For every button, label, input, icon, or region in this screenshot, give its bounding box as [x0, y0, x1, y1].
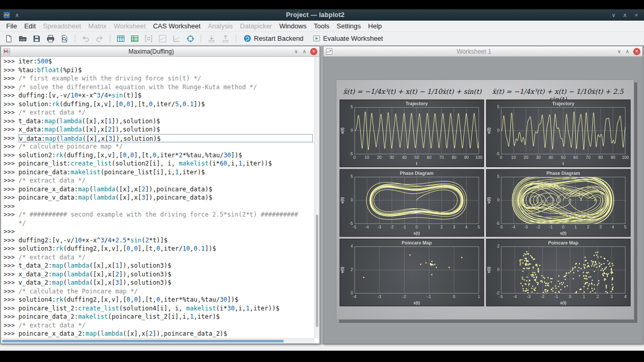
console-code: poincare_list_2:create_list(solution4[i]… [19, 304, 314, 313]
new-matrix-icon [142, 33, 155, 44]
console-prompt: >>> [4, 244, 15, 253]
open-file-icon[interactable] [17, 33, 29, 44]
plot-trajectory-2[interactable] [486, 100, 631, 167]
worksheet-close-icon[interactable]: × [633, 48, 640, 55]
console-code: poincare_data_2:makelist(poincare_list_2… [19, 312, 314, 321]
menu-datapicker: Datapicker [236, 22, 276, 30]
console-code: solution4:rk(duffing2,[x,v],[0,0],[t,0,i… [19, 295, 314, 304]
worksheet-minimize-icon[interactable]: ∨ [615, 48, 623, 54]
console-prompt: >>> [4, 295, 15, 304]
console-line: >>>/* extract data */ [4, 108, 314, 117]
chart-canvas-trajectory-1 [340, 100, 484, 167]
cas-vertical-scrollbar-handle[interactable] [316, 215, 318, 327]
cas-worksheet-subwindow: Maxima(Duffing) ∨ ∧ × >>>iter:500$>>>%ta… [1, 46, 320, 344]
new-plot-icon [170, 33, 183, 44]
console-prompt: >>> [4, 74, 15, 83]
cas-maximize-icon[interactable]: ∧ [300, 48, 309, 54]
menu-file[interactable]: File [3, 22, 21, 30]
console-prompt: >>> [4, 142, 15, 151]
console-code: poincare_x_data_2:map(lambda([x],x[2]),p… [19, 330, 314, 338]
console-prompt: >>> [4, 57, 15, 66]
new-datapicker-icon[interactable] [184, 33, 197, 44]
console-line: >>>poincare_x_data:map(lambda([x],x[2]),… [4, 185, 314, 194]
print-icon[interactable] [44, 33, 57, 44]
cas-horizontal-scrollbar-handle[interactable] [2, 340, 284, 342]
new-workbook-icon[interactable] [115, 33, 127, 44]
cas-horizontal-scrollbar[interactable] [1, 338, 314, 343]
plot-phase-diagram-2[interactable] [486, 169, 631, 237]
console-prompt: >>> [4, 151, 15, 160]
evaluate-worksheet-icon [313, 35, 320, 42]
console-code [19, 227, 314, 236]
console-prompt: >>> [4, 83, 15, 92]
cas-minimize-icon[interactable]: ∨ [292, 48, 300, 54]
plot-phase-diagram-1[interactable] [340, 169, 484, 237]
cas-console[interactable]: >>>iter:500$>>>%tau:bfloat(%pi)$>>>/* fi… [1, 57, 314, 338]
console-line: >>>solution:rk(duffing,[x,v],[0,0],[t,0,… [4, 100, 314, 109]
console-code: x_data:map(lambda([x],x[2]),solution)$ [19, 125, 314, 134]
restart-backend-label: Restart Backend [254, 35, 303, 42]
worksheet-maximize-icon[interactable]: ∧ [623, 48, 632, 54]
console-command-entry[interactable]: v_data:map(lambda([x],x[3]),solution)$ [19, 134, 313, 143]
console-line: >>>solution3:rk(duffing2,[x,v],[0,0],[t,… [4, 244, 314, 253]
undo-icon [79, 33, 92, 44]
menu-tools[interactable]: Tools [310, 22, 333, 30]
console-code: t_data_2:map(lambda([x],x[1]),solution3)… [19, 261, 314, 270]
statusbar [0, 344, 644, 351]
toolbar-separator [110, 35, 110, 42]
menu-help[interactable]: Help [364, 22, 385, 30]
console-prompt: >>> [4, 202, 15, 211]
console-prompt: >>> [4, 185, 15, 194]
plot-poincare-map-1[interactable] [340, 239, 484, 306]
menu-windows[interactable]: Windows [276, 22, 310, 30]
console-line: >>>/* solve the differential equation wi… [4, 83, 314, 92]
console-line: >>>/* ########## second example with the… [4, 210, 314, 219]
restart-backend-button[interactable]: Restart Backend [239, 34, 308, 43]
console-code: solution2:rk(duffing,[x,v],[0,0],[t,0,it… [19, 151, 314, 160]
cas-titlebar[interactable]: Maxima(Duffing) ∨ ∧ × [1, 46, 319, 57]
console-line: >>>poincare_list_2:create_list(solution4… [4, 304, 314, 313]
evaluate-worksheet-button[interactable]: Evaluate Worksheet [308, 34, 388, 43]
menu-settings[interactable]: Settings [333, 22, 364, 30]
console-line: >>>poincare_x_data_2:map(lambda([x],x[2]… [4, 330, 314, 338]
cas-vertical-scrollbar[interactable] [314, 57, 319, 338]
new-spreadsheet-icon[interactable] [128, 33, 141, 44]
worksheet-page: ẍ(t) = −1/4x³(t) + x(t) − 1/10ẋ(t) + sin… [336, 79, 634, 320]
minimize-icon[interactable]: ∨ [609, 12, 618, 19]
window-shade-icon[interactable]: ∧ [12, 12, 22, 19]
console-prompt: >>> [4, 125, 15, 134]
close-icon[interactable]: × [632, 12, 641, 18]
chart-canvas-poincare-1 [340, 239, 484, 306]
cas-console-wrap: >>>iter:500$>>>%tau:bfloat(%pi)$>>>/* fi… [1, 57, 319, 343]
redo-icon [93, 33, 106, 44]
titlebar[interactable]: ∧ Project — labplot2 ∨ ∧ × [0, 9, 644, 21]
worksheet-titlebar[interactable]: Worksheet 1 ∨ ∧ × [324, 46, 642, 57]
print-preview-icon[interactable] [58, 33, 71, 44]
new-file-icon[interactable] [3, 33, 15, 44]
console-prompt: >>> [4, 100, 15, 109]
console-line: >>> [4, 202, 314, 211]
console-code: poincare_x_data:map(lambda([x],x[2]),poi… [19, 185, 314, 194]
console-line: >>>duffing:[v,-v/10+x-x^3/4+sin(t)]$ [4, 91, 314, 100]
cas-close-icon[interactable]: × [310, 48, 317, 55]
menu-edit[interactable]: Edit [21, 22, 39, 30]
chart-canvas-trajectory-2 [487, 100, 630, 167]
console-prompt: >>> [4, 168, 15, 177]
save-icon[interactable] [30, 33, 43, 44]
app-window: ∧ Project — labplot2 ∨ ∧ × FileEditSprea… [0, 9, 644, 351]
plot-trajectory-1[interactable] [340, 100, 484, 167]
console-line: >>>v_data_2:map(lambda([x],x[3]),solutio… [4, 278, 314, 287]
toolbar-icon-group [3, 33, 239, 44]
console-prompt: >>> [4, 117, 15, 126]
console-line: >>>/* extract data */ [4, 321, 314, 330]
console-code: iter:500$ [19, 57, 314, 66]
worksheet-subwindow: Worksheet 1 ∨ ∧ × ẍ(t) = −1/4x³(t) + x(t… [323, 46, 643, 344]
plot-poincare-map-2[interactable] [486, 239, 631, 306]
maximize-icon[interactable]: ∧ [620, 12, 630, 19]
menu-cas-worksheet[interactable]: CAS Worksheet [149, 22, 204, 30]
console-line: >>>/* first example with the driving for… [4, 74, 314, 83]
console-code: /* extract data */ [19, 108, 314, 117]
worksheet-view[interactable]: ẍ(t) = −1/4x³(t) + x(t) − 1/10ẋ(t) + sin… [324, 57, 642, 343]
console-code: t_data:map(lambda([x],x[1]),solution)$ [19, 117, 314, 126]
console-prompt: >>> [4, 261, 15, 270]
